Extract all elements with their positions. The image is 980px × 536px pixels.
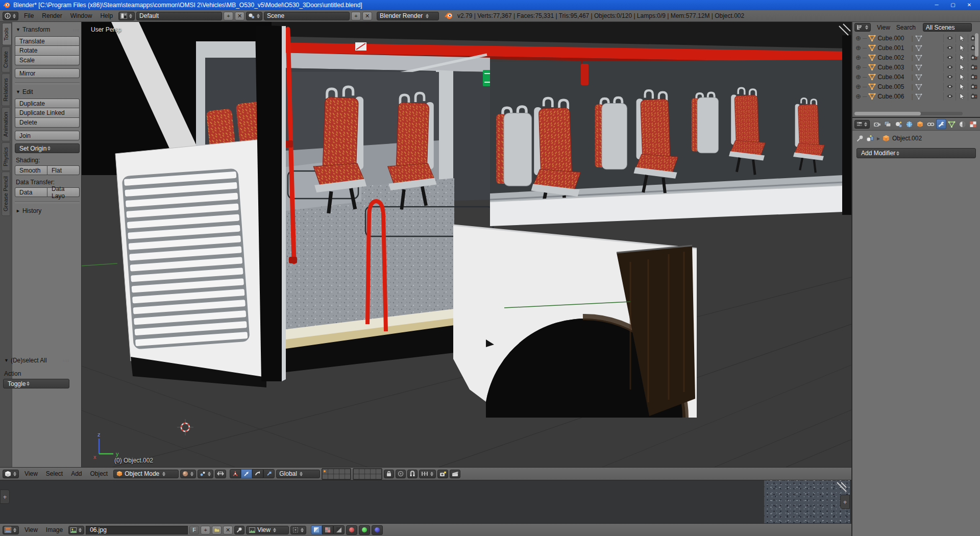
object-name[interactable]: Cube.000 <box>877 35 909 42</box>
collapse-icon[interactable]: ▼ <box>4 358 9 363</box>
close-button[interactable]: ✕ <box>962 0 977 10</box>
add-modifier-dropdown[interactable]: Add Modifier <box>856 148 976 158</box>
object-name[interactable]: Cube.002 <box>877 54 909 61</box>
properties-tab-texture[interactable] <box>968 119 978 129</box>
view3d-menu-item[interactable]: Object <box>86 470 112 477</box>
translate-button[interactable]: Translate <box>15 36 80 46</box>
selectability-toggle[interactable] <box>955 73 968 81</box>
join-button[interactable]: Join <box>15 131 80 140</box>
panel-grip-icon[interactable]: :::: <box>73 28 80 32</box>
object-breadcrumb-icon[interactable] <box>866 135 874 142</box>
visibility-toggle[interactable] <box>943 83 955 91</box>
set-origin-dropdown[interactable]: Set Origin <box>15 143 80 153</box>
visibility-toggle[interactable] <box>943 44 955 52</box>
image-editor-menu-item[interactable]: Image <box>42 526 67 533</box>
selectability-toggle[interactable] <box>955 92 968 101</box>
scene-icon-button[interactable] <box>246 12 262 20</box>
rotate-button[interactable]: Rotate <box>15 46 80 56</box>
opengl-render-anim-button[interactable] <box>450 470 460 478</box>
properties-tab-render-layers[interactable] <box>883 119 893 129</box>
outliner-display-filter[interactable]: All Scenes <box>923 23 972 32</box>
expand-circle-icon[interactable]: ⊕ <box>855 34 861 42</box>
delete-scene-button[interactable]: ✕ <box>362 12 372 20</box>
scene-selector[interactable]: Scene <box>264 12 350 20</box>
viewport[interactable]: zy x User Persp (0) Object.002 <box>82 22 851 467</box>
renderability-toggle[interactable] <box>968 73 980 81</box>
renderability-toggle[interactable] <box>968 83 980 91</box>
image-editor-menu-item[interactable]: View <box>20 526 42 533</box>
panel-title-edit[interactable]: Edit <box>22 88 33 95</box>
outliner-row[interactable]: ⊕ ─ Cube.005 | <box>855 82 980 91</box>
fake-user-button[interactable]: F <box>189 526 199 534</box>
outliner-row[interactable]: ⊕ ─ Cube.004 | <box>855 72 980 82</box>
manipulate-center-points-toggle[interactable] <box>215 470 226 478</box>
channel-green-toggle[interactable] <box>359 525 370 535</box>
redo-panel-title[interactable]: (De)select All <box>11 357 47 364</box>
cube-breadcrumb-icon[interactable] <box>883 135 890 142</box>
channel-red-toggle[interactable] <box>346 525 357 535</box>
minimize-button[interactable]: ─ <box>929 0 944 10</box>
editor-type-info-button[interactable] <box>3 12 18 20</box>
rotate-manipulator-toggle[interactable] <box>252 469 263 478</box>
layers-widget[interactable] <box>322 468 351 480</box>
outliner-vertical-scrollbar[interactable] <box>975 33 978 57</box>
draw-alpha-toggle[interactable] <box>322 525 333 534</box>
view3d-menu-item[interactable]: View <box>20 470 42 477</box>
outliner-horizontal-scrollbar[interactable] <box>854 112 963 115</box>
outliner-row[interactable]: ⊕ ─ Cube.000 | <box>855 33 980 43</box>
selectability-toggle[interactable] <box>955 83 968 91</box>
tool-shelf-tab[interactable]: Tools <box>2 23 12 45</box>
expand-circle-icon[interactable]: ⊕ <box>855 83 861 90</box>
visibility-toggle[interactable] <box>943 92 955 101</box>
data-transfer-button[interactable]: Data <box>15 187 47 197</box>
pivot-point-selector[interactable] <box>198 470 213 478</box>
area-corner-widget[interactable] <box>834 481 847 493</box>
properties-tab-scene[interactable] <box>894 119 903 129</box>
transform-orientation-selector[interactable]: Global <box>276 470 320 478</box>
panel-expand-tab-right[interactable]: + <box>840 495 850 509</box>
unlink-image-button[interactable]: ✕ <box>223 526 233 534</box>
data-layout-transfer-button[interactable]: Data Layo <box>47 187 80 197</box>
opengl-render-image-button[interactable] <box>437 470 448 478</box>
mirror-button[interactable]: Mirror <box>15 68 80 78</box>
outliner-row[interactable]: ⊕ ─ Cube.006 | <box>855 91 980 101</box>
editor-type-image-button[interactable] <box>3 526 19 534</box>
screen-layout-icon-button[interactable] <box>118 12 135 20</box>
renderability-toggle[interactable] <box>968 63 980 71</box>
shade-flat-button[interactable]: Flat <box>47 165 80 175</box>
topbar-menu-item[interactable]: Render <box>38 12 66 19</box>
visibility-toggle[interactable] <box>943 63 955 71</box>
snap-toggle[interactable] <box>407 470 418 478</box>
tool-shelf-tab[interactable]: Create <box>2 46 10 72</box>
properties-tab-modifiers[interactable] <box>936 119 946 129</box>
expand-circle-icon[interactable]: ⊕ <box>855 44 861 52</box>
editor-type-outliner-button[interactable] <box>854 23 871 32</box>
editor-type-3dview-button[interactable] <box>3 470 19 478</box>
pin-image-toggle[interactable] <box>234 526 244 534</box>
properties-tab-object-data[interactable] <box>947 119 957 129</box>
collapse-icon[interactable]: ▼ <box>16 27 20 32</box>
mode-selector[interactable]: Object Mode <box>113 470 179 478</box>
object-name[interactable]: Cube.005 <box>877 83 909 90</box>
action-dropdown[interactable]: Toggle <box>3 379 69 388</box>
shade-smooth-button[interactable]: Smooth <box>15 165 47 175</box>
proportional-edit-selector[interactable] <box>396 470 406 478</box>
image-name-field[interactable]: 06.jpg <box>86 526 188 534</box>
open-image-button[interactable] <box>212 526 222 534</box>
selectability-toggle[interactable] <box>955 63 968 71</box>
scale-button[interactable]: Scale <box>15 56 80 65</box>
collapse-icon[interactable]: ▼ <box>16 89 20 94</box>
delete-button[interactable]: Delete <box>15 118 80 128</box>
expand-icon[interactable]: ► <box>16 208 20 213</box>
properties-tab-material[interactable] <box>958 119 967 129</box>
delete-layout-button[interactable]: ✕ <box>235 12 244 20</box>
duplicate-linked-button[interactable]: Duplicate Linked <box>15 108 80 118</box>
expand-circle-icon[interactable]: ⊕ <box>855 54 861 61</box>
topbar-menu-item[interactable]: File <box>20 12 38 19</box>
add-scene-button[interactable]: + <box>351 12 361 20</box>
view3d-menu-item[interactable]: Add <box>67 470 86 477</box>
selectability-toggle[interactable] <box>955 44 968 52</box>
selectability-toggle[interactable] <box>955 54 968 62</box>
image-view-mode-selector[interactable]: View <box>246 526 289 534</box>
properties-tab-constraints[interactable] <box>926 119 936 129</box>
